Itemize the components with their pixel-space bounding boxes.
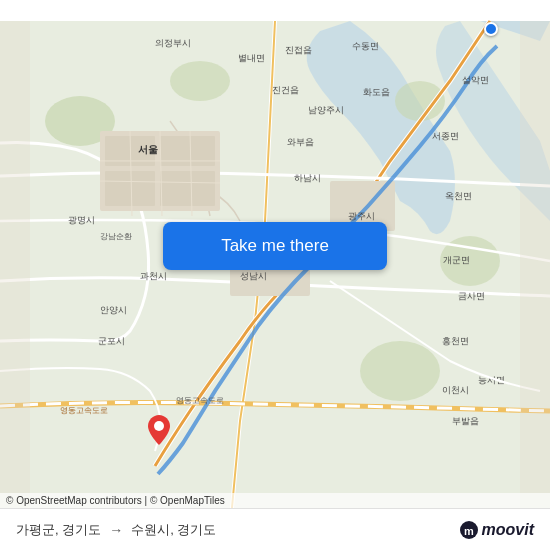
svg-rect-9 [105, 171, 155, 206]
svg-text:남양주시: 남양주시 [308, 105, 344, 115]
map-background: 의정부시 별내면 진접읍 수동면 설악면 진건읍 남양주시 화도읍 서종면 와부… [0, 0, 550, 550]
svg-text:광주시: 광주시 [348, 211, 375, 221]
origin-dot [484, 22, 498, 36]
svg-text:성남시: 성남시 [240, 271, 267, 281]
map-attribution: © OpenStreetMap contributors | © OpenMap… [0, 493, 550, 508]
footer-from: 가평군, 경기도 [16, 521, 101, 539]
svg-point-48 [154, 421, 164, 431]
svg-text:서종면: 서종면 [432, 131, 459, 141]
svg-text:광명시: 광명시 [68, 215, 95, 225]
svg-text:진건읍: 진건읍 [272, 85, 299, 95]
svg-text:와부읍: 와부읍 [287, 137, 314, 147]
svg-text:능서면: 능서면 [478, 375, 505, 385]
svg-rect-47 [520, 21, 550, 529]
moovit-logo: m moovit [459, 520, 534, 540]
take-me-there-button[interactable]: Take me there [163, 222, 387, 270]
svg-rect-46 [0, 21, 30, 529]
destination-pin [148, 415, 170, 443]
svg-text:하남시: 하남시 [294, 173, 321, 183]
svg-text:영동고속도로: 영동고속도로 [176, 396, 224, 405]
footer-arrow: → [109, 522, 123, 538]
svg-text:부발읍: 부발읍 [452, 416, 479, 426]
footer-bar: 가평군, 경기도 → 수원시, 경기도 m moovit [0, 508, 550, 550]
svg-text:서울: 서울 [138, 144, 158, 155]
attribution-text: © OpenStreetMap contributors | © OpenMap… [6, 495, 225, 506]
footer-to: 수원시, 경기도 [131, 521, 216, 539]
svg-text:화도읍: 화도읍 [363, 87, 390, 97]
svg-text:개군면: 개군면 [443, 255, 470, 265]
svg-text:m: m [464, 525, 474, 537]
svg-text:옥천면: 옥천면 [445, 191, 472, 201]
svg-point-5 [360, 341, 440, 401]
svg-text:의정부시: 의정부시 [155, 38, 191, 48]
svg-text:군포시: 군포시 [98, 336, 125, 346]
svg-text:안양시: 안양시 [100, 305, 127, 315]
svg-text:별내면: 별내면 [238, 53, 265, 63]
map-container: 의정부시 별내면 진접읍 수동면 설악면 진건읍 남양주시 화도읍 서종면 와부… [0, 0, 550, 550]
svg-rect-10 [160, 171, 215, 206]
svg-point-2 [170, 61, 230, 101]
svg-text:흥천면: 흥천면 [442, 336, 469, 346]
svg-text:금사면: 금사면 [458, 291, 485, 301]
svg-text:영동고속도로: 영동고속도로 [60, 406, 108, 415]
svg-text:과천시: 과천시 [140, 271, 167, 281]
svg-text:설악면: 설악면 [462, 75, 489, 85]
svg-text:강남순환: 강남순환 [100, 232, 132, 241]
svg-text:진접읍: 진접읍 [285, 45, 312, 55]
svg-text:이천시: 이천시 [442, 385, 469, 395]
svg-text:수동면: 수동면 [352, 41, 379, 51]
